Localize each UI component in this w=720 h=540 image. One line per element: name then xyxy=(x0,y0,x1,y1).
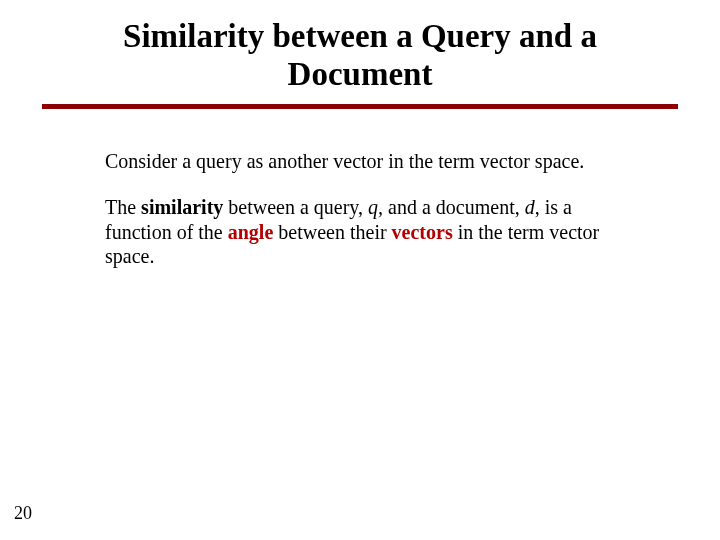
page-number: 20 xyxy=(14,503,32,524)
divider xyxy=(42,104,678,109)
body-text: Consider a query as another vector in th… xyxy=(105,149,620,269)
title-line-1: Similarity between a Query and a xyxy=(123,18,597,54)
title-line-2: Document xyxy=(288,56,433,92)
p2-text-a: The xyxy=(105,196,141,218)
p2-d: d xyxy=(525,196,535,218)
paragraph-1: Consider a query as another vector in th… xyxy=(105,149,620,173)
p2-q: q, xyxy=(368,196,383,218)
p2-text-b: between a query, xyxy=(223,196,368,218)
p2-text-f: between their xyxy=(273,221,391,243)
p2-vectors: vectors xyxy=(392,221,453,243)
p2-similarity: similarity xyxy=(141,196,223,218)
p2-angle: angle xyxy=(228,221,274,243)
slide: Similarity between a Query and a Documen… xyxy=(0,0,720,540)
p2-comma: , xyxy=(535,196,545,218)
p2-text-c: and a document, xyxy=(383,196,525,218)
paragraph-2: The similarity between a query, q, and a… xyxy=(105,195,620,268)
slide-title: Similarity between a Query and a Documen… xyxy=(0,18,720,94)
